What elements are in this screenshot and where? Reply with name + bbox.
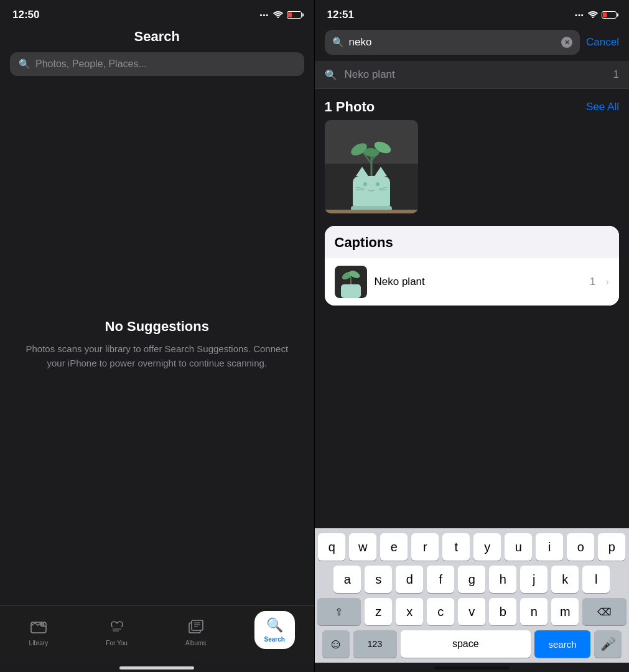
key-t[interactable]: t	[442, 533, 470, 561]
key-j[interactable]: j	[520, 566, 547, 593]
search-input[interactable]: 🔍 neko ✕	[325, 30, 580, 55]
photo-grid	[315, 120, 630, 221]
key-r[interactable]: r	[411, 533, 439, 561]
left-status-icons: ▪▪▪	[260, 9, 302, 21]
svg-point-12	[363, 182, 367, 186]
key-p[interactable]: p	[598, 533, 625, 561]
search-key[interactable]: search	[534, 630, 590, 658]
right-wifi-icon	[588, 9, 598, 21]
svg-point-0	[277, 17, 278, 18]
cancel-button[interactable]: Cancel	[586, 36, 619, 49]
right-home-indicator	[434, 666, 509, 670]
albums-icon	[189, 620, 203, 637]
search-tab-icon: 🔍	[266, 617, 283, 633]
svg-rect-27	[341, 284, 361, 298]
svg-point-13	[376, 182, 380, 186]
key-o[interactable]: o	[567, 533, 594, 561]
right-battery-icon	[602, 11, 617, 19]
svg-rect-5	[192, 620, 203, 630]
key-l[interactable]: l	[582, 566, 610, 593]
svg-rect-3	[112, 627, 122, 633]
key-v[interactable]: v	[458, 598, 485, 625]
right-screen: 12:51 ▪▪▪ 🔍 neko ✕ Cancel 🔍	[315, 0, 630, 672]
battery-icon	[287, 11, 302, 19]
library-icon	[30, 620, 47, 637]
key-z[interactable]: z	[365, 598, 392, 625]
key-x[interactable]: x	[396, 598, 423, 625]
key-g[interactable]: g	[458, 566, 485, 593]
key-e[interactable]: e	[380, 533, 408, 561]
space-key[interactable]: space	[401, 630, 531, 658]
key-h[interactable]: h	[489, 566, 516, 593]
mic-key[interactable]: 🎤	[594, 630, 622, 658]
tab-bar: Library For You Albums	[0, 605, 314, 661]
suggestion-suffix: plant	[369, 68, 395, 80]
key-b[interactable]: b	[489, 598, 516, 625]
search-bar-container: 🔍 Photos, People, Places...	[0, 52, 314, 83]
clear-button[interactable]: ✕	[561, 37, 572, 48]
num-key[interactable]: 123	[353, 630, 397, 658]
search-bar[interactable]: 🔍 Photos, People, Places...	[10, 52, 304, 76]
key-q[interactable]: q	[318, 533, 345, 561]
search-input-icon: 🔍	[332, 37, 344, 48]
no-suggestions-desc: Photos scans your library to offer Searc…	[25, 342, 289, 370]
page-title: Search	[0, 26, 314, 52]
caption-label: Neko plant	[375, 276, 582, 288]
left-status-bar: 12:50 ▪▪▪	[0, 0, 314, 26]
left-time: 12:50	[12, 9, 39, 21]
key-s[interactable]: s	[365, 566, 392, 593]
tab-search[interactable]: 🔍 Search	[254, 611, 295, 649]
tab-albums-label: Albums	[185, 640, 206, 646]
suggestion-search-icon: 🔍	[325, 69, 337, 81]
key-c[interactable]: c	[427, 598, 454, 625]
keyboard-row-2: a s d f g h j k l	[317, 566, 627, 593]
tab-for-you[interactable]: For You	[96, 617, 137, 649]
keyboard: q w e r t y u i o p a s d f g h j k l ⇧ …	[315, 528, 630, 663]
no-suggestions-title: No Suggestions	[105, 319, 209, 335]
see-all-button[interactable]: See All	[586, 101, 619, 113]
key-k[interactable]: k	[551, 566, 579, 593]
keyboard-row-3: ⇧ z x c v b n m ⌫	[317, 598, 627, 625]
captions-title: Captions	[325, 226, 620, 258]
search-icon: 🔍	[19, 58, 30, 70]
caption-count: 1	[590, 276, 595, 288]
key-a[interactable]: a	[333, 566, 361, 593]
key-w[interactable]: w	[349, 533, 376, 561]
tab-library[interactable]: Library	[19, 617, 58, 649]
search-key-label: search	[548, 639, 576, 650]
photo-thumbnail[interactable]	[325, 120, 418, 213]
svg-rect-9	[353, 176, 390, 210]
chevron-right-icon: ›	[605, 276, 609, 288]
svg-rect-25	[325, 210, 418, 213]
delete-key[interactable]: ⌫	[582, 598, 627, 625]
photo-section-header: 1 Photo See All	[315, 89, 630, 120]
key-m[interactable]: m	[551, 598, 579, 625]
keyboard-row-1: q w e r t y u i o p	[317, 533, 627, 561]
no-suggestions-area: No Suggestions Photos scans your library…	[0, 83, 314, 605]
key-u[interactable]: u	[505, 533, 532, 561]
space-label: space	[452, 638, 479, 650]
tab-search-label: Search	[264, 636, 285, 643]
svg-point-6	[592, 17, 594, 18]
suggestion-row[interactable]: 🔍 Neko plant 1	[315, 61, 630, 89]
shift-key[interactable]: ⇧	[317, 598, 361, 625]
caption-row[interactable]: Neko plant 1 ›	[325, 258, 620, 306]
key-y[interactable]: y	[473, 533, 501, 561]
home-indicator	[119, 666, 194, 670]
suggestion-main: Neko	[345, 68, 370, 80]
key-i[interactable]: i	[536, 533, 563, 561]
right-status-bar: 12:51 ▪▪▪	[315, 0, 630, 26]
keyboard-bottom-row: ☺ 123 space search 🎤	[317, 630, 627, 663]
right-signal-icon: ▪▪▪	[575, 11, 584, 19]
for-you-icon	[109, 620, 124, 637]
tab-library-label: Library	[29, 640, 49, 646]
key-n[interactable]: n	[520, 598, 547, 625]
suggestion-text: Neko plant	[345, 68, 395, 81]
key-f[interactable]: f	[427, 566, 454, 593]
tab-albums[interactable]: Albums	[175, 617, 216, 649]
suggestion-count: 1	[613, 68, 619, 81]
key-d[interactable]: d	[396, 566, 423, 593]
wifi-icon	[273, 9, 283, 21]
active-search-bar: 🔍 neko ✕ Cancel	[315, 26, 630, 61]
emoji-key[interactable]: ☺	[322, 630, 350, 658]
